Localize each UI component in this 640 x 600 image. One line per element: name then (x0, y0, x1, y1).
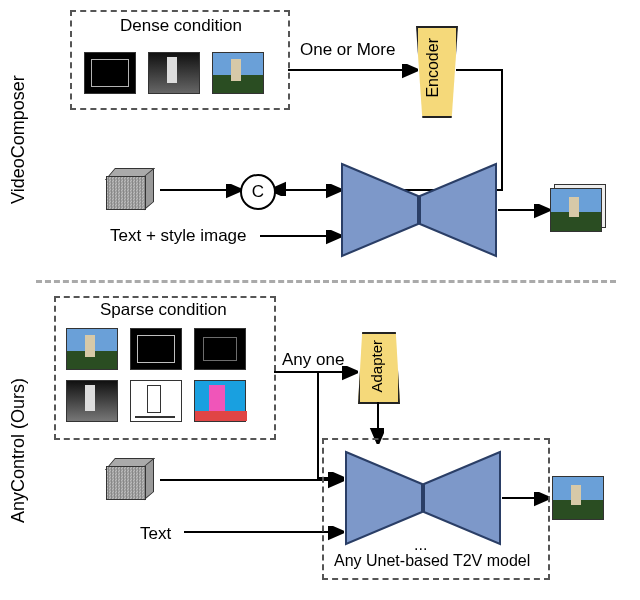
ellipsis: ... (414, 536, 427, 554)
any-unet-label: Any Unet-based T2V model (334, 552, 530, 570)
svg-marker-11 (346, 452, 422, 544)
output-video-bottom (552, 476, 604, 520)
unet-denoiser-bottom (344, 450, 502, 546)
svg-marker-12 (424, 452, 500, 544)
